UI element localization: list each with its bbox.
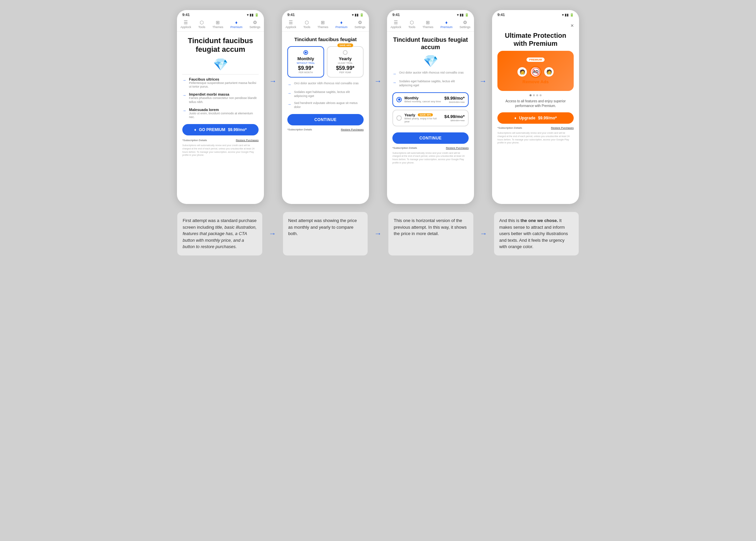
- screen3-content: Tincidunt faucibus feugiat accum 💎 → Orc…: [387, 32, 474, 204]
- nav-premium-1[interactable]: ♦ Premium: [230, 20, 243, 29]
- desc-arrow-2: →: [374, 229, 382, 238]
- continue-button-2[interactable]: CONTINUE: [287, 114, 364, 125]
- plan-yearly[interactable]: SAVE 44% Yearly 14-DAY TRIAL $59.99* PER…: [327, 46, 364, 78]
- status-icons-2: ▾ ▮▮ 🔋: [352, 13, 364, 17]
- nav-premium-label-1: Premium: [230, 25, 243, 29]
- feature-item-1: → Imperdiet morbi massa Fames phasellus …: [182, 92, 259, 104]
- top-nav-1: ☰ Applock ⬡ Tools ⊞ Themes ♦: [177, 18, 264, 32]
- premium-icon-3: ♦: [445, 20, 448, 25]
- nav-premium-2[interactable]: ♦ Premium: [336, 20, 348, 29]
- pricing-monthly-sub: Billed monthly, cancel any time: [404, 100, 442, 103]
- feature-title-0: Faucibus ultrices: [189, 77, 259, 81]
- plan-monthly-period: PER MONTH: [291, 71, 321, 74]
- nav-applock-1[interactable]: ☰ Applock: [181, 20, 191, 29]
- screen3-mockup: 9:41 ▾ ▮▮ 🔋 ☰ Applock ⬡: [387, 10, 474, 204]
- feature-arrow-2: →: [182, 108, 186, 119]
- pricing-monthly-name: Monthly: [404, 96, 442, 100]
- screen3-arrow-0: →: [392, 72, 396, 76]
- nav-themes-3[interactable]: ⊞ Themes: [422, 20, 434, 29]
- premium-card: PREMIUM 🧑 AD 🚫 🧑 Remove Ads: [497, 51, 574, 91]
- wifi-icon-3: ▾: [457, 13, 459, 17]
- feature-desc-0: Pellentesque suspendisse parturient mass…: [189, 81, 259, 89]
- sub-footer-4: *Subscription Details Restore Purchases: [497, 126, 574, 129]
- status-time-3: 9:41: [392, 13, 400, 17]
- go-premium-label: GO PREMIUM: [199, 127, 225, 132]
- upgrade-button[interactable]: ♦ Upgrade $9.99/mo*: [497, 112, 574, 124]
- nav-themes-label-3: Themes: [422, 25, 434, 29]
- nav-premium-3[interactable]: ♦ Premium: [441, 20, 453, 29]
- screen2-feature-desc-1: Sodales eget habitasse sagittis, lectus …: [294, 90, 364, 98]
- nav-tools-2[interactable]: ⬡ Tools: [303, 20, 310, 29]
- status-icons-3: ▾ ▮▮ 🔋: [457, 13, 469, 17]
- pricing-yearly[interactable]: Yearly SAVE 49% Billed yearly, enjoy it …: [392, 110, 469, 126]
- feature-desc-2: Justo ut enim, tincidunt commodo at elem…: [189, 112, 259, 119]
- feature-title-1: Imperdiet morbi massa: [189, 92, 259, 96]
- go-premium-button[interactable]: ♦ GO PREMIUM $9.99/mo*: [182, 124, 259, 135]
- nav-applock-label-3: Applock: [391, 25, 401, 29]
- nav-tools-label-1: Tools: [198, 25, 205, 29]
- feature-desc-1: Fames phasellus consectetur non pendisse…: [189, 96, 259, 104]
- battery-icon: 🔋: [255, 13, 259, 17]
- continue-button-3[interactable]: CONTINUE: [392, 132, 469, 144]
- status-bar-4: 9:41 ▾ ▮▮ 🔋: [492, 10, 579, 18]
- save-badge: SAVE 44%: [338, 43, 353, 47]
- pricing-yearly-radio: [396, 115, 402, 121]
- screen2-content: Tincidunt faucibus feugiat Monthly WITHO…: [282, 32, 369, 204]
- screen3-feature-0: → Orci dolor auctor nibh rhoncus nisl co…: [392, 71, 469, 76]
- plan-monthly[interactable]: Monthly WITHOUT TRIAL $9.99* PER MONTH: [287, 46, 324, 78]
- upgrade-diamond-icon: ♦: [514, 116, 516, 120]
- desc-box-1: First attempt was a standard purchase sc…: [177, 212, 262, 255]
- plan-yearly-trial: 14-DAY TRIAL: [330, 62, 360, 64]
- feature-text-0: Faucibus ultrices Pellentesque suspendis…: [189, 77, 259, 89]
- screen4-description: Access to all features and enjoy superio…: [497, 99, 574, 108]
- desc2-text: Next attempt was showing the price as mo…: [288, 218, 357, 236]
- desc-box-2: Next attempt was showing the price as mo…: [283, 212, 368, 255]
- settings-icon-3: ⚙: [463, 20, 467, 25]
- restore-purchases-3[interactable]: Restore Purchases: [446, 146, 469, 149]
- figure-right-icon: 🧑: [544, 67, 554, 77]
- upgrade-price: $9.99/mo*: [538, 116, 557, 120]
- status-bar-1: 9:41 ▾ ▮▮ 🔋: [177, 10, 264, 18]
- restore-purchases-4[interactable]: Restore Purchases: [551, 126, 574, 129]
- screen3-feature-desc-1: Sodales eget habitasse sagittis, lectus …: [399, 80, 469, 87]
- nav-tools-3[interactable]: ⬡ Tools: [408, 20, 415, 29]
- pricing-monthly-main: $9.99/mo*: [444, 96, 465, 101]
- screen3-feature-desc-0: Orci dolor auctor nibh rhoncus nisl conv…: [399, 71, 464, 76]
- block-icon: 🚫: [531, 68, 540, 76]
- screen2-mockup: 9:41 ▾ ▮▮ 🔋 ☰ Applock ⬡: [282, 10, 369, 204]
- tools-icon-3: ⬡: [410, 20, 414, 25]
- sub-details-4: *Subscription Details: [497, 126, 522, 129]
- desc-box-4: And this is the one we chose. It makes s…: [494, 212, 579, 255]
- nav-settings-1[interactable]: ⚙ Settings: [250, 20, 261, 29]
- close-button[interactable]: ×: [497, 23, 574, 29]
- restore-purchases-2[interactable]: Restore Purchases: [341, 128, 364, 131]
- pricing-yearly-orig: $59.88 / mo: [444, 119, 465, 122]
- pricing-monthly-amount: $9.99/mo* $119.88 / mo: [444, 96, 465, 104]
- signal-icon: ▮▮: [250, 13, 254, 17]
- signal-icon-2: ▮▮: [355, 13, 359, 17]
- settings-icon-1: ⚙: [253, 20, 257, 25]
- screen1-title: Tincidunt faucibus feugiat accum: [182, 36, 259, 54]
- ad-blocked-icon: AD 🚫: [530, 66, 542, 78]
- nav-themes-1[interactable]: ⊞ Themes: [212, 20, 223, 29]
- desc3-text: This one is horizontal version of the pr…: [394, 218, 467, 236]
- sub-details-3: *Subscription Details: [392, 146, 417, 149]
- plan-yearly-name: Yearly: [330, 56, 360, 61]
- nav-themes-2[interactable]: ⊞ Themes: [317, 20, 328, 29]
- nav-applock-3[interactable]: ☰ Applock: [391, 20, 401, 29]
- dot-3: [536, 94, 538, 96]
- nav-tools-1[interactable]: ⬡ Tools: [198, 20, 205, 29]
- pricing-monthly[interactable]: Monthly Billed monthly, cancel any time …: [392, 92, 469, 107]
- feature-title-2: Malesuada lorem: [189, 108, 259, 112]
- nav-themes-label-2: Themes: [317, 25, 328, 29]
- restore-purchases-1[interactable]: Restore Purchases: [236, 139, 259, 142]
- plan-cards: Monthly WITHOUT TRIAL $9.99* PER MONTH S…: [287, 46, 364, 78]
- nav-premium-label-3: Premium: [441, 25, 453, 29]
- pricing-yearly-sub: Billed yearly, enjoy it for full year: [404, 117, 442, 123]
- feature-text-1: Imperdiet morbi massa Fames phasellus co…: [189, 92, 259, 104]
- nav-applock-2[interactable]: ☰ Applock: [286, 20, 296, 29]
- nav-settings-3[interactable]: ⚙ Settings: [460, 20, 471, 29]
- premium-icon-1: ♦: [235, 20, 238, 25]
- nav-settings-2[interactable]: ⚙ Settings: [355, 20, 366, 29]
- upgrade-label: Upgrade: [519, 116, 536, 120]
